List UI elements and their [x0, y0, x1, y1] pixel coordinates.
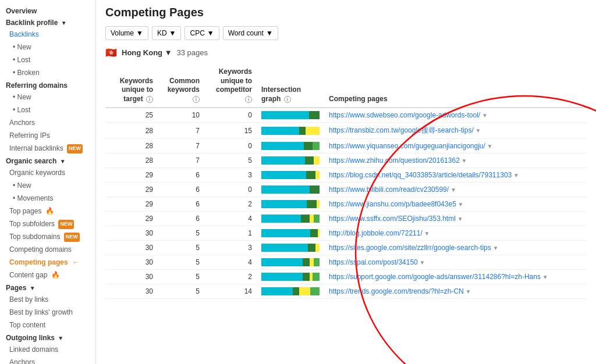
info-icon-2[interactable]: i [193, 96, 200, 103]
url-cell[interactable]: https://sspai.com/post/34150 ▼ [324, 255, 587, 270]
url-cell[interactable]: https://www.yiquanseo.com/gugeguanjianci… [324, 139, 587, 154]
sidebar-item-lost[interactable]: Lost [0, 53, 95, 66]
bar-cell [257, 197, 324, 212]
location-name[interactable]: Hong Kong ▼ [122, 48, 172, 57]
info-icon-1[interactable]: i [146, 96, 153, 103]
info-icon-3[interactable]: i [245, 96, 252, 103]
competing-page-link[interactable]: https://www.ssffx.com/SEOjishu/353.html [329, 215, 456, 223]
url-cell[interactable]: https://sites.google.com/site/zzllrr/goo… [324, 241, 587, 255]
sidebar-item-movements[interactable]: Movements [0, 192, 95, 205]
sidebar-item-org-new[interactable]: New [0, 179, 95, 192]
url-dropdown-arrow[interactable]: ▼ [485, 143, 493, 149]
sidebar-item-ref-lost[interactable]: Lost [0, 104, 95, 116]
kw-unique-comp-cell: 4 [204, 255, 257, 270]
bar-segment [261, 287, 293, 295]
bar-chart [261, 111, 320, 119]
url-dropdown-arrow[interactable]: ▼ [456, 216, 463, 222]
url-cell[interactable]: https://www.bilibili.com/read/cv230599/ … [324, 183, 587, 197]
url-dropdown-arrow[interactable]: ▼ [449, 187, 456, 193]
url-dropdown-arrow[interactable]: ▼ [423, 230, 430, 237]
url-cell[interactable]: http://blog.jobbole.com/72211/ ▼ [324, 226, 587, 241]
url-dropdown-arrow[interactable]: ▼ [541, 274, 548, 280]
info-icon-4[interactable]: i [284, 96, 291, 103]
url-dropdown-arrow[interactable]: ▼ [464, 288, 471, 295]
url-dropdown-arrow[interactable]: ▼ [491, 245, 499, 251]
volume-dropdown[interactable]: Volume ▼ [105, 26, 148, 40]
bar-cell [257, 284, 324, 299]
url-cell[interactable]: https://www.jianshu.com/p/badee8f043e5 ▼ [324, 197, 587, 212]
sidebar-item-best-by-links-growth[interactable]: Best by links' growth [0, 306, 95, 319]
competing-page-link[interactable]: https://blog.csdn.net/qq_34033853/articl… [329, 171, 512, 179]
url-dropdown-arrow[interactable]: ▼ [512, 172, 519, 179]
sidebar-item-best-by-links[interactable]: Best by links [0, 293, 95, 306]
competing-page-link[interactable]: https://www.yiquanseo.com/gugeguanjianci… [329, 142, 485, 150]
bar-segment [301, 215, 310, 223]
bar-segment [310, 229, 318, 237]
competing-page-link[interactable]: https://trends.google.com/trends/?hl=zh-… [329, 287, 464, 295]
url-cell[interactable]: https://trends.google.com/trends/?hl=zh-… [324, 284, 587, 299]
sidebar-item-internal-backlinks[interactable]: Internal backlinks NEW [0, 142, 95, 155]
sidebar-item-ref-new[interactable]: New [0, 91, 95, 104]
sidebar-item-broken[interactable]: Broken [0, 66, 95, 79]
bar-segment [293, 287, 299, 295]
kd-dropdown[interactable]: KD ▼ [152, 26, 182, 40]
sidebar-item-top-content[interactable]: Top content [0, 319, 95, 331]
kw-unique-target-cell: 25 [105, 108, 158, 123]
url-dropdown-arrow[interactable]: ▼ [456, 201, 464, 208]
sidebar-item-organic-keywords[interactable]: Organic keywords [0, 166, 95, 179]
table-row: 25100https://www.sdwebseo.com/google-adw… [105, 108, 587, 123]
sidebar-item-anchors[interactable]: Anchors [0, 116, 95, 129]
kw-unique-target-cell: 30 [105, 255, 158, 270]
table-row: 2875https://www.zhihu.com/question/20161… [105, 154, 587, 168]
competing-page-link[interactable]: https://sites.google.com/site/zzllrr/goo… [329, 244, 491, 252]
url-cell[interactable]: https://www.sdwebseo.com/google-adwords-… [324, 108, 587, 123]
url-dropdown-arrow[interactable]: ▼ [418, 259, 425, 266]
cpc-dropdown[interactable]: CPC ▼ [185, 26, 219, 40]
url-dropdown-arrow[interactable]: ▼ [474, 127, 481, 134]
word-count-dropdown[interactable]: Word count ▼ [223, 26, 278, 40]
url-cell[interactable]: https://www.ssffx.com/SEOjishu/353.html … [324, 212, 587, 226]
sidebar-item-referring-ips[interactable]: Referring IPs [0, 129, 95, 142]
pages-header[interactable]: Pages ▼ [0, 281, 95, 293]
competing-page-link[interactable]: https://www.zhihu.com/question/20161362 [329, 156, 460, 165]
bar-segment [308, 244, 315, 252]
sidebar-item-backlinks[interactable]: Backlinks [0, 28, 95, 41]
backlink-profile-header[interactable]: Backlink profile ▼ [0, 16, 95, 28]
competing-page-link[interactable]: https://transbiz.com.tw/google搜尋-search-… [329, 126, 474, 134]
url-cell[interactable]: https://blog.csdn.net/qq_34033853/articl… [324, 168, 587, 183]
bar-segment [261, 185, 310, 194]
sidebar-item-top-subfolders[interactable]: Top subfolders NEW [0, 217, 95, 230]
sidebar-item-new[interactable]: New [0, 41, 95, 53]
kd-arrow: ▼ [169, 29, 176, 37]
sidebar-item-linked-domains[interactable]: Linked domains [0, 343, 95, 356]
sidebar-item-top-subdomains[interactable]: Top subdomains NEW [0, 230, 95, 243]
bar-segment [305, 156, 314, 165]
competing-page-link[interactable]: https://sspai.com/post/34150 [329, 258, 418, 266]
competing-page-link[interactable]: http://blog.jobbole.com/72211/ [329, 229, 423, 237]
bar-chart [261, 200, 320, 208]
url-cell[interactable]: https://transbiz.com.tw/google搜尋-search-… [324, 123, 587, 139]
bar-segment [318, 229, 320, 237]
sidebar-item-top-pages[interactable]: Top pages 🔥 [0, 205, 95, 217]
url-cell[interactable]: https://support.google.com/google-ads/an… [324, 270, 587, 284]
url-cell[interactable]: https://www.zhihu.com/question/20161362 … [324, 154, 587, 168]
sidebar-item-competing-domains[interactable]: Competing domains [0, 243, 95, 256]
organic-search-header[interactable]: Organic search ▼ [0, 155, 95, 166]
competing-page-link[interactable]: https://www.bilibili.com/read/cv230599/ [329, 185, 449, 194]
url-dropdown-arrow[interactable]: ▼ [480, 112, 488, 119]
sidebar-item-content-gap[interactable]: Content gap 🔥 [0, 269, 95, 281]
url-dropdown-arrow[interactable]: ▼ [460, 158, 467, 164]
common-kw-cell: 6 [158, 168, 204, 183]
bar-segment [310, 287, 320, 295]
competing-page-link[interactable]: https://www.sdwebseo.com/google-adwords-… [329, 111, 480, 119]
sidebar-item-anchors2[interactable]: Anchors [0, 356, 95, 364]
competing-page-link[interactable]: https://www.jianshu.com/p/badee8f043e5 [329, 200, 456, 208]
kw-unique-comp-cell: 15 [204, 123, 257, 139]
sidebar-item-competing-pages[interactable]: Competing pages ← [0, 256, 95, 269]
outgoing-links-header[interactable]: Outgoing links ▼ [0, 331, 95, 343]
kw-unique-target-cell: 29 [105, 183, 158, 197]
bar-segment [314, 156, 320, 165]
competing-page-link[interactable]: https://support.google.com/google-ads/an… [329, 273, 541, 281]
bar-cell [257, 154, 324, 168]
new-badge-subfolders: NEW [58, 220, 74, 229]
